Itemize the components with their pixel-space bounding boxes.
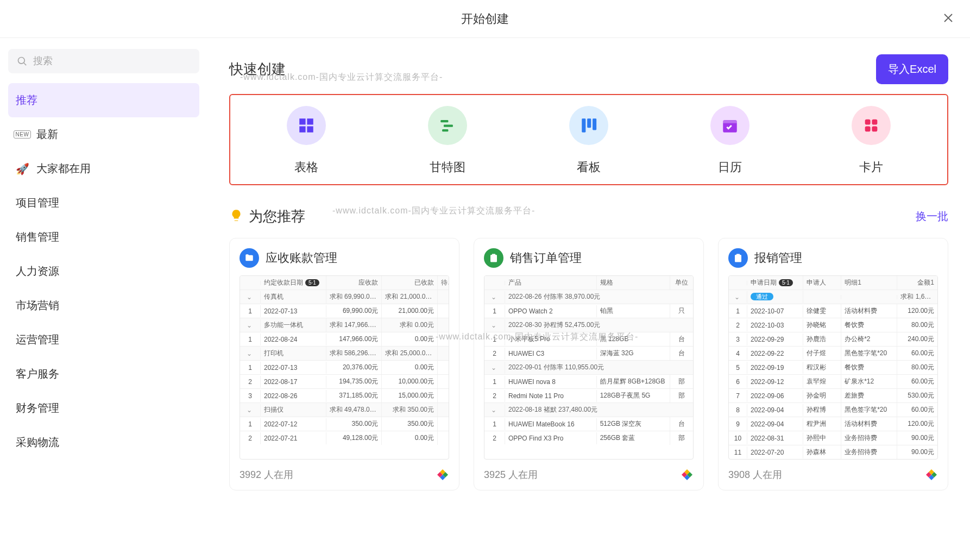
sidebar-item-6[interactable]: 市场营销 [8, 288, 199, 323]
svg-rect-8 [865, 119, 871, 125]
table-row: 2OPPO Find X3 Pro256GB 套蓝部 [484, 431, 693, 445]
preview-table: 申请日期5·1申请人明细1金额1⌄通过求和 1,650.00元12022-10-… [728, 275, 938, 460]
table-row: 32022-08-26371,185.00元15,000.00元 [240, 389, 449, 403]
table-header: 单位 [670, 276, 693, 290]
table-row: 72022-09-06孙金明差旅费530.00元 [729, 389, 937, 403]
svg-rect-4 [587, 118, 591, 128]
table-header [729, 281, 747, 285]
search-box[interactable] [8, 49, 199, 73]
table-row: 12022-07-1320,376.00元0.00元 [240, 361, 449, 375]
diamond-icon [436, 468, 449, 481]
folder-icon [240, 248, 259, 268]
sidebar-item-8[interactable]: 客户服务 [8, 357, 199, 391]
table-row: 82022-09-04孙程博黑色签字笔*2060.00元 [729, 403, 937, 417]
sidebar-item-label: 采购物流 [16, 435, 59, 450]
sidebar-item-label: 项目管理 [16, 196, 59, 210]
sidebar: 推荐NEW最新🚀大家都在用项目管理销售管理人力资源市场营销运营管理客户服务财务管… [0, 38, 207, 560]
sidebar-item-9[interactable]: 财务管理 [8, 391, 199, 425]
table-row: 62022-09-12袁罕煌矿泉水*1260.00元 [729, 375, 937, 389]
modal-header: 开始创建 [0, 0, 970, 38]
clipboard-icon [484, 248, 503, 268]
quick-create-grid[interactable]: 表格 [236, 106, 377, 175]
table-row: 22022-10-03孙晓铭餐饮费80.00元 [729, 318, 937, 332]
sidebar-item-10[interactable]: 采购物流 [8, 425, 199, 460]
table-header: 明细1 [841, 276, 897, 290]
quick-create-kanban[interactable]: 看板 [518, 106, 659, 175]
sidebar-item-label: 销售管理 [16, 230, 59, 244]
sidebar-item-label: 客户服务 [16, 367, 59, 381]
new-badge-icon: NEW [14, 130, 32, 139]
svg-rect-2 [442, 129, 448, 131]
table-row: 22022-07-2149,128.00元0.00元 [240, 431, 449, 445]
table-row: 2HUAWEI C3深海蓝 32G台 [484, 347, 693, 361]
close-button[interactable] [943, 11, 954, 27]
table-header [240, 281, 261, 285]
modal-title: 开始创建 [461, 11, 509, 27]
table-header: 待 [438, 276, 449, 290]
sidebar-item-0[interactable]: 推荐 [8, 83, 199, 117]
clipboard-icon [728, 248, 748, 268]
quick-create-calendar[interactable]: 日历 [659, 106, 801, 175]
table-header: 申请日期5·1 [747, 276, 803, 290]
table-header: 已收款 [382, 276, 438, 290]
svg-rect-3 [582, 118, 585, 133]
sidebar-item-3[interactable]: 项目管理 [8, 186, 199, 220]
quick-create-label: 看板 [577, 159, 601, 175]
table-row: 42022-09-22付子煜黑色签字笔*2060.00元 [729, 347, 937, 361]
card-title: 销售订单管理 [510, 250, 582, 266]
svg-rect-9 [872, 119, 877, 125]
import-excel-button[interactable]: 导入Excel [876, 54, 948, 84]
sidebar-item-5[interactable]: 人力资源 [8, 254, 199, 288]
template-card[interactable]: 应收账款管理约定收款日期5·1应收款已收款待⌄传真机求和 69,990.00元求… [229, 238, 459, 490]
svg-rect-1 [444, 125, 453, 127]
users-count: 3925 人在用 [484, 468, 538, 481]
sidebar-item-label: 人力资源 [16, 264, 59, 279]
sidebar-item-4[interactable]: 销售管理 [8, 220, 199, 254]
quick-create-label: 日历 [718, 159, 742, 175]
table-row: 1HUAWEI MateBook 16512GB 深空灰台 [484, 417, 693, 431]
content-area: -www.idctalk.com-国内专业云计算交流服务平台- -www.idc… [207, 38, 970, 560]
template-card[interactable]: 销售订单管理产品规格单位⌄2022-08-26 付陈率 38,970.00元1O… [474, 238, 704, 490]
svg-rect-0 [440, 120, 448, 122]
quick-create-label: 表格 [294, 159, 318, 175]
grid-icon [287, 106, 326, 145]
table-header: 金额1 [897, 276, 937, 290]
table-row: 112022-07-20孙森林业务招待费90.00元 [729, 445, 937, 459]
quick-create-card[interactable]: 卡片 [801, 106, 942, 175]
quick-create-gantt[interactable]: 甘特图 [377, 106, 518, 175]
preview-table: 产品规格单位⌄2022-08-26 付陈率 38,970.00元1OPPO Wa… [484, 275, 694, 460]
sidebar-item-1[interactable]: NEW最新 [8, 117, 199, 152]
table-header: 申请人 [803, 276, 841, 290]
sidebar-item-7[interactable]: 运营管理 [8, 323, 199, 357]
quick-create-label: 卡片 [859, 159, 883, 175]
quick-create-row: 表格甘特图看板日历卡片 [229, 94, 948, 185]
sidebar-item-2[interactable]: 🚀大家都在用 [8, 152, 199, 186]
users-count: 3908 人在用 [728, 468, 782, 481]
table-header: 应收款 [326, 276, 382, 290]
card-title: 应收账款管理 [266, 250, 337, 266]
quick-create-title: 快速创建 [229, 60, 286, 79]
table-row: 52022-09-19程汉彬餐饮费80.00元 [729, 361, 937, 375]
table-header: 产品 [505, 276, 597, 290]
swap-batch-link[interactable]: 换一批 [916, 209, 948, 224]
table-row: 32022-09-29孙鹿浩办公椅*2240.00元 [729, 332, 937, 347]
table-row: 12022-07-12350.00元350.00元 [240, 417, 449, 431]
svg-rect-5 [593, 118, 596, 130]
table-row: 92022-09-04程尹洲活动材料费120.00元 [729, 417, 937, 431]
gantt-icon [428, 106, 467, 145]
template-card[interactable]: 报销管理申请日期5·1申请人明细1金额1⌄通过求和 1,650.00元12022… [718, 238, 948, 490]
close-icon [943, 12, 954, 23]
sidebar-item-label: 推荐 [16, 93, 37, 108]
table-row: 12022-07-1369,990.00元21,000.00元 [240, 304, 449, 318]
table-row: 12022-10-07徐健雯活动材料费120.00元 [729, 304, 937, 318]
rocket-icon: 🚀 [16, 162, 29, 175]
diamond-icon [681, 468, 694, 481]
search-input[interactable] [33, 55, 191, 67]
card-title: 报销管理 [754, 250, 802, 266]
sidebar-item-label: 最新 [36, 127, 58, 142]
quick-create-label: 甘特图 [430, 159, 465, 175]
sidebar-item-label: 市场营销 [16, 298, 59, 313]
svg-rect-10 [865, 126, 871, 131]
table-row: 22022-08-17194,735.00元10,000.00元 [240, 375, 449, 389]
sidebar-item-label: 财务管理 [16, 401, 59, 416]
